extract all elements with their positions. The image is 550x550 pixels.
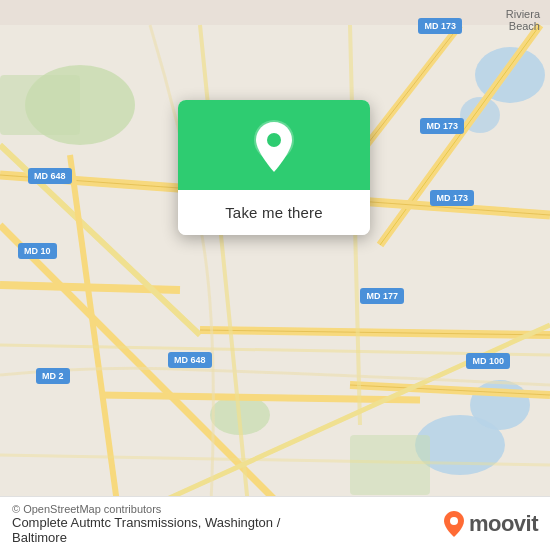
osm-attribution: © OpenStreetMap contributors [12,503,280,515]
road-badge-md648-1: MD 648 [28,168,72,184]
riviera-beach-label: Riviera Beach [506,8,540,32]
road-badge-md10: MD 10 [18,243,57,259]
attribution-left: © OpenStreetMap contributors Complete Au… [12,503,280,545]
moovit-text: moovit [469,511,538,537]
svg-rect-8 [350,435,430,495]
business-name: Complete Autmtc Transmissions, Washingto… [12,515,280,545]
road-badge-md648-2: MD 648 [168,352,212,368]
road-badge-md177: MD 177 [360,288,404,304]
take-me-there-button[interactable]: Take me there [178,190,370,235]
svg-point-31 [450,517,458,525]
map-container: Riviera Beach MD 173 MD 173 MD 173 MD 64… [0,0,550,550]
svg-rect-2 [0,75,80,135]
popup-header [178,100,370,190]
svg-point-30 [267,133,281,147]
location-pin-icon [252,120,296,174]
road-badge-md173-2: MD 173 [420,118,464,134]
popup-card: Take me there [178,100,370,235]
road-badge-md173-1: MD 173 [418,18,462,34]
moovit-pin-icon [443,510,465,538]
road-badge-md2: MD 2 [36,368,70,384]
road-badge-md173-3: MD 173 [430,190,474,206]
moovit-logo: moovit [443,510,538,538]
svg-line-23 [100,395,420,400]
road-badge-md100: MD 100 [466,353,510,369]
attribution-bar: © OpenStreetMap contributors Complete Au… [0,496,550,550]
map-svg [0,0,550,550]
